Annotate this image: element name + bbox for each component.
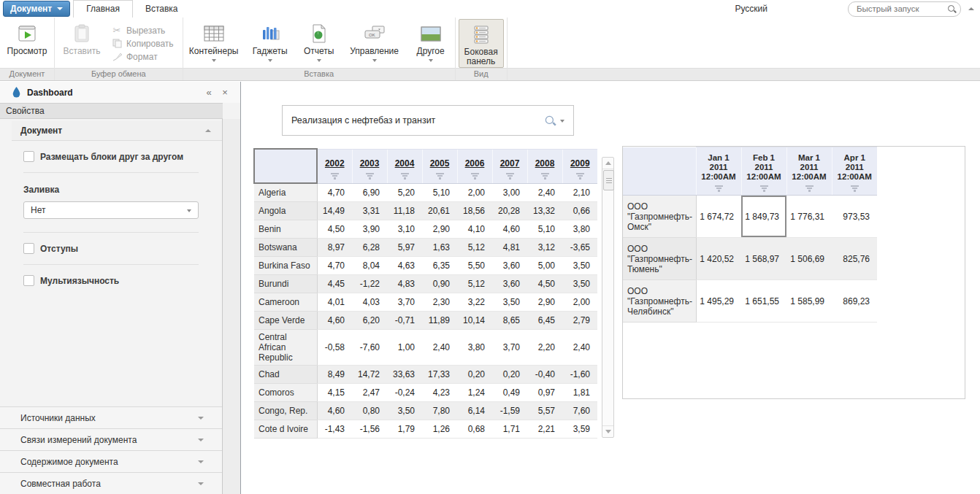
data-cell[interactable]: 1 506,69 <box>786 238 832 280</box>
data-cell[interactable]: 6,35 <box>422 256 457 274</box>
paste-button[interactable]: Вставить <box>58 19 106 68</box>
data-cell[interactable]: 6,45 <box>527 311 562 329</box>
data-cell[interactable]: 8,65 <box>492 311 527 329</box>
scroll-down-button[interactable] <box>602 425 613 437</box>
data-cell[interactable]: 0,80 <box>352 401 387 420</box>
data-cell[interactable]: 1 674,72 <box>696 196 741 238</box>
data-cell[interactable]: 5,97 <box>387 238 422 256</box>
tab-home[interactable]: Главная <box>73 0 133 18</box>
row-header[interactable]: Central African Republic <box>254 329 317 365</box>
year-column-header[interactable]: 2002 <box>317 149 352 183</box>
data-cell[interactable]: 4,63 <box>387 256 422 274</box>
data-cell[interactable]: -3,65 <box>562 238 597 256</box>
row-header[interactable]: Botswana <box>254 238 317 256</box>
data-cell[interactable]: 869,23 <box>832 280 877 323</box>
row-header[interactable]: ООО "Газпромнефть-Челябинск" <box>623 280 696 323</box>
section-header-document[interactable]: Документ <box>12 121 223 141</box>
data-cell[interactable]: 2,30 <box>422 293 457 311</box>
corner-cell[interactable] <box>623 147 696 196</box>
data-cell[interactable]: 4,10 <box>457 220 492 238</box>
data-cell[interactable]: 4,81 <box>492 238 527 256</box>
other-button[interactable]: Другое <box>410 19 452 68</box>
filter-icon[interactable] <box>564 173 597 180</box>
side-panel-scrollbar-track[interactable] <box>222 119 240 494</box>
language-selector[interactable]: Русский <box>735 4 767 14</box>
data-cell[interactable]: 4,03 <box>352 293 387 311</box>
row-header[interactable]: Congo, Rep. <box>254 401 317 420</box>
data-cell[interactable]: -1,22 <box>352 274 387 293</box>
controls-button[interactable]: OK Управление <box>344 19 405 68</box>
data-cell[interactable]: 4,70 <box>317 183 352 201</box>
data-cell[interactable]: 3,80 <box>457 329 492 365</box>
data-cell[interactable]: 1,71 <box>492 420 527 438</box>
filter-icon[interactable] <box>833 185 877 192</box>
data-cell[interactable]: 5,10 <box>527 220 562 238</box>
data-cell[interactable]: 3,50 <box>387 401 422 420</box>
filter-icon[interactable] <box>459 173 491 180</box>
containers-button[interactable]: Контейнеры <box>186 19 242 68</box>
data-cell[interactable]: 3,50 <box>562 256 597 274</box>
data-cell[interactable]: 5,00 <box>527 256 562 274</box>
data-cell[interactable]: -0,71 <box>387 311 422 329</box>
quick-search-input[interactable] <box>855 4 947 14</box>
data-cell[interactable]: 6,28 <box>352 238 387 256</box>
date-column-header[interactable]: Apr 1 2011 12:00AM <box>832 147 877 196</box>
data-cell[interactable]: 11,89 <box>422 311 457 329</box>
data-cell[interactable]: 825,76 <box>832 238 877 280</box>
data-cell[interactable]: 0,90 <box>422 274 457 293</box>
data-cell[interactable]: 1 495,29 <box>696 280 741 323</box>
data-cell[interactable]: 4,60 <box>492 220 527 238</box>
close-panel-button[interactable]: × <box>217 87 233 98</box>
data-cell[interactable]: 10,14 <box>457 311 492 329</box>
data-cell[interactable]: 4,15 <box>317 383 352 401</box>
data-cell[interactable]: 3,50 <box>562 274 597 293</box>
data-cell[interactable]: 1,00 <box>387 329 422 365</box>
year-column-header[interactable]: 2006 <box>457 149 492 183</box>
scrollbar-thumb[interactable] <box>603 170 614 190</box>
data-cell[interactable]: 3,70 <box>387 293 422 311</box>
data-cell[interactable]: 1 420,52 <box>696 238 741 280</box>
data-cell[interactable]: 3,90 <box>352 220 387 238</box>
data-cell[interactable]: 6,14 <box>457 401 492 420</box>
format-button[interactable]: Формат <box>112 52 174 62</box>
section-header-collapsed-3[interactable]: Совместная работа <box>0 472 223 494</box>
filter-icon[interactable] <box>353 173 386 180</box>
data-cell[interactable]: 0,20 <box>457 365 492 383</box>
collapse-ribbon-icon[interactable] <box>968 7 974 10</box>
data-cell[interactable]: 1 585,99 <box>786 280 832 323</box>
data-cell[interactable]: 5,12 <box>457 238 492 256</box>
section-header-collapsed-0[interactable]: Источники данных <box>0 406 223 428</box>
data-cell[interactable]: 5,12 <box>457 274 492 293</box>
year-column-header[interactable]: 2005 <box>422 149 457 183</box>
data-cell[interactable]: 3,12 <box>527 238 562 256</box>
filter-icon[interactable] <box>424 173 456 180</box>
data-cell[interactable]: 1 849,73 <box>741 196 786 238</box>
scroll-up-button[interactable] <box>602 158 613 169</box>
row-header[interactable]: Burundi <box>254 274 317 293</box>
data-cell[interactable]: 8,04 <box>352 256 387 274</box>
data-cell[interactable]: 2,47 <box>352 383 387 401</box>
filter-icon[interactable] <box>788 185 831 192</box>
row-header[interactable]: Chad <box>254 365 317 383</box>
data-cell[interactable]: 3,60 <box>492 274 527 293</box>
data-cell[interactable]: -0,58 <box>317 329 352 365</box>
data-cell[interactable]: 1,63 <box>422 238 457 256</box>
date-column-header[interactable]: Jan 1 2011 12:00AM <box>696 147 741 196</box>
row-header[interactable]: Burkina Faso <box>254 256 317 274</box>
gadgets-button[interactable]: Гаджеты <box>246 19 294 68</box>
data-cell[interactable]: 7,60 <box>562 401 597 420</box>
filter-icon[interactable] <box>697 185 740 192</box>
data-cell[interactable]: 4,70 <box>317 256 352 274</box>
cut-button[interactable]: ✂ Вырезать <box>112 26 174 36</box>
data-cell[interactable]: 4,60 <box>317 311 352 329</box>
data-cell[interactable]: 17,33 <box>422 365 457 383</box>
data-cell[interactable]: 14,49 <box>317 201 352 220</box>
dimension-combo-box[interactable]: Реализация с нефтебаз и транзит <box>282 105 574 136</box>
data-cell[interactable]: 1,81 <box>562 383 597 401</box>
data-cell[interactable]: 8,97 <box>317 238 352 256</box>
data-cell[interactable]: 3,59 <box>562 420 597 438</box>
year-column-header[interactable]: 2008 <box>527 149 562 183</box>
reports-button[interactable]: Отчеты <box>299 19 340 68</box>
data-cell[interactable]: 0,49 <box>492 383 527 401</box>
data-cell[interactable]: 2,79 <box>562 311 597 329</box>
